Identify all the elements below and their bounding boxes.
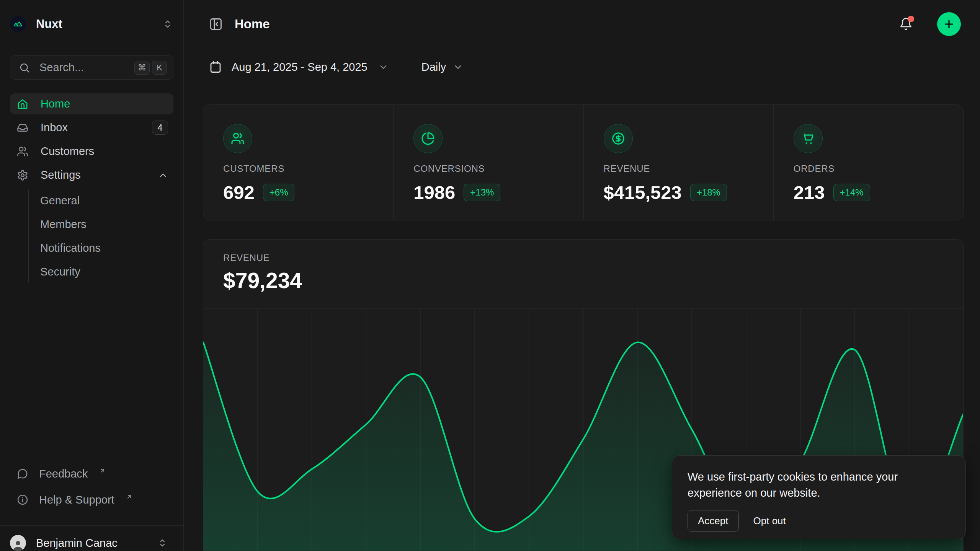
notification-dot bbox=[908, 16, 914, 22]
main-header: Home bbox=[184, 0, 980, 48]
brand-name: Nuxt bbox=[36, 17, 152, 31]
accept-cookies-button[interactable]: Accept bbox=[688, 510, 739, 532]
stat-delta-badge: +13% bbox=[464, 184, 500, 201]
sidebar-item-settings[interactable]: Settings bbox=[10, 165, 173, 186]
stat-customers[interactable]: CUSTOMERS 692 +6% bbox=[203, 105, 393, 220]
page-title: Home bbox=[235, 17, 888, 31]
search-input[interactable]: Search... ⌘ K bbox=[10, 55, 173, 80]
filter-bar: Aug 21, 2025 - Sep 4, 2025 Daily bbox=[184, 48, 980, 86]
sidebar-item-general[interactable]: General bbox=[40, 189, 173, 212]
chevron-down-icon bbox=[378, 62, 389, 72]
chevron-down-icon bbox=[453, 62, 463, 72]
home-icon bbox=[17, 98, 28, 110]
stat-value: $415,523 bbox=[604, 182, 682, 203]
stat-orders[interactable]: ORDERS 213 +14% bbox=[773, 105, 963, 220]
users-icon bbox=[223, 124, 252, 153]
stats-row: CUSTOMERS 692 +6% CONVERSIONS 1986 +13% bbox=[203, 104, 964, 220]
stat-delta-badge: +18% bbox=[690, 184, 727, 201]
users-icon bbox=[17, 146, 28, 157]
sidebar-item-notifications[interactable]: Notifications bbox=[40, 236, 173, 260]
sidebar-item-home[interactable]: Home bbox=[10, 93, 173, 114]
user-menu[interactable]: Benjamin Canac bbox=[0, 526, 183, 551]
sidebar-item-inbox[interactable]: Inbox 4 bbox=[10, 117, 173, 138]
search-icon bbox=[19, 62, 30, 73]
message-bubble-icon bbox=[17, 468, 28, 479]
help-support-label: Help & Support bbox=[39, 494, 114, 506]
calendar-icon bbox=[209, 60, 222, 74]
inbox-icon bbox=[17, 122, 28, 134]
stat-value: 1986 bbox=[413, 182, 455, 203]
stat-conversions[interactable]: CONVERSIONS 1986 +13% bbox=[393, 105, 583, 220]
sidebar-nav: Home Inbox 4 Customers bbox=[10, 93, 173, 284]
shopping-cart-icon bbox=[794, 124, 823, 153]
settings-subnav: General Members Notifications Security bbox=[10, 189, 173, 284]
search-placeholder: Search... bbox=[39, 61, 123, 74]
date-range-picker[interactable]: Aug 21, 2025 - Sep 4, 2025 bbox=[209, 60, 389, 74]
notifications-button[interactable] bbox=[899, 17, 913, 31]
optout-cookies-button[interactable]: Opt out bbox=[753, 515, 786, 527]
chevrons-up-down-icon bbox=[157, 537, 168, 549]
pie-chart-icon bbox=[413, 124, 443, 153]
sidebar-item-label: Customers bbox=[41, 145, 94, 158]
sidebar-item-label: Inbox bbox=[41, 121, 68, 134]
sidebar-footer: Feedback Help & Support bbox=[0, 465, 183, 517]
feedback-label: Feedback bbox=[39, 468, 88, 480]
dollar-circle-icon bbox=[604, 124, 633, 153]
date-range-value: Aug 21, 2025 - Sep 4, 2025 bbox=[232, 61, 368, 73]
search-shortcut: ⌘ K bbox=[132, 61, 167, 75]
stat-revenue[interactable]: REVENUE $415,523 +18% bbox=[583, 105, 773, 220]
feedback-link[interactable]: Feedback bbox=[10, 465, 173, 482]
kbd-cmd: ⌘ bbox=[134, 61, 150, 75]
external-link-icon bbox=[99, 468, 106, 474]
chevron-up-icon bbox=[158, 170, 168, 180]
team-switcher[interactable]: Nuxt bbox=[10, 16, 173, 32]
user-name: Benjamin Canac bbox=[36, 537, 147, 549]
external-link-icon bbox=[126, 494, 132, 500]
granularity-select[interactable]: Daily bbox=[421, 61, 463, 73]
sidebar-item-customers[interactable]: Customers bbox=[10, 141, 173, 162]
sidebar: Nuxt Search... ⌘ K Home bbox=[0, 0, 184, 551]
info-circle-icon bbox=[17, 494, 28, 505]
cookie-consent-toast: We use first-party cookies to enhance yo… bbox=[672, 455, 966, 539]
nuxt-logo bbox=[10, 16, 26, 32]
sidebar-item-label: Home bbox=[41, 98, 70, 110]
stat-delta-badge: +14% bbox=[833, 184, 870, 201]
stat-label: ORDERS bbox=[794, 163, 943, 174]
stat-value: 692 bbox=[223, 182, 255, 203]
add-button[interactable] bbox=[937, 12, 961, 36]
revenue-chart-label: REVENUE bbox=[223, 253, 943, 263]
cookie-message: We use first-party cookies to enhance yo… bbox=[688, 469, 925, 501]
chevrons-up-down-icon bbox=[162, 18, 173, 30]
sidebar-item-label: Settings bbox=[41, 169, 81, 181]
stat-value: 213 bbox=[794, 182, 825, 203]
stat-label: CUSTOMERS bbox=[223, 163, 373, 174]
stat-label: REVENUE bbox=[604, 163, 753, 174]
stat-label: CONVERSIONS bbox=[413, 163, 563, 174]
help-support-link[interactable]: Help & Support bbox=[10, 491, 173, 508]
stat-delta-badge: +6% bbox=[263, 184, 295, 201]
panel-collapse-icon[interactable] bbox=[209, 17, 223, 31]
user-avatar bbox=[10, 535, 26, 551]
gear-icon bbox=[17, 170, 28, 181]
revenue-chart-value: $79,234 bbox=[223, 268, 943, 293]
sidebar-item-security[interactable]: Security bbox=[40, 260, 173, 284]
granularity-value: Daily bbox=[421, 61, 446, 73]
inbox-count-badge: 4 bbox=[152, 121, 168, 135]
sidebar-item-members[interactable]: Members bbox=[40, 212, 173, 236]
kbd-k: K bbox=[152, 61, 167, 75]
